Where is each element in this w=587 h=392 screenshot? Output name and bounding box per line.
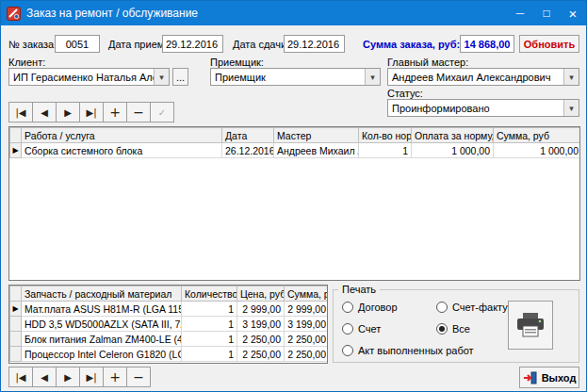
- receiver-label: Приемщик:: [210, 57, 264, 68]
- works-navigator: |◀ ◀ ▶ ▶| + − ✓: [8, 102, 173, 122]
- nav-first-button[interactable]: |◀: [8, 367, 33, 387]
- work-qty-cell: 1: [359, 143, 412, 158]
- status-select[interactable]: Проинформировано ▾: [387, 99, 579, 117]
- part-sum-cell: 2 250,00: [285, 347, 329, 362]
- row-indicator-icon: ▶: [12, 146, 18, 155]
- chevron-down-icon[interactable]: ▾: [365, 69, 380, 85]
- receiver-value: Приемщик: [211, 72, 365, 83]
- works-header-row: Работа / услуга Дата Мастер Кол-во норм …: [10, 128, 581, 143]
- parts-header-row: Запчасть / расходный материал Количество…: [10, 286, 329, 302]
- nav-prior-button[interactable]: ◀: [32, 367, 57, 387]
- print-group-label: Печать: [338, 284, 380, 295]
- part-name-cell: Процессор Intel Celeron G1820 (LGA 1150: [22, 347, 182, 362]
- work-date-cell: 26.12.2016: [222, 143, 274, 158]
- works-col-date: Дата: [222, 128, 274, 143]
- print-button[interactable]: [508, 301, 553, 350]
- radio-label: Счет: [358, 323, 381, 335]
- works-col-work: Работа / услуга: [22, 128, 222, 143]
- date-in-field[interactable]: [162, 35, 223, 53]
- radio-icon: [436, 302, 448, 313]
- refresh-button[interactable]: Обновить: [519, 35, 579, 53]
- nav-edit-button[interactable]: ✓: [150, 102, 174, 122]
- part-price-cell: 3 199,00: [237, 317, 285, 332]
- work-name-cell: Сборка системного блока: [22, 143, 222, 158]
- client-select[interactable]: ИП Герасименко Наталья Александровна ▾: [8, 68, 170, 86]
- nav-prior-button[interactable]: ◀: [32, 102, 57, 122]
- row-indicator-icon: ▶: [12, 304, 18, 313]
- radio-all[interactable]: Все: [436, 322, 470, 335]
- exit-button[interactable]: Выход: [519, 367, 579, 388]
- parts-grid[interactable]: Запчасть / расходный материал Количество…: [8, 285, 328, 364]
- works-col-qty: Кол-во норм: [359, 128, 412, 143]
- table-row[interactable]: ▶ Мат.плата ASUS H81M-R (LGA 1150, Inte …: [10, 302, 329, 317]
- titlebar: Заказ на ремонт / обслуживание ─ □ ×: [1, 1, 586, 25]
- part-price-cell: 2 250,00: [237, 347, 285, 362]
- radio-work-act[interactable]: Акт выполненных работ: [342, 344, 474, 357]
- works-grid[interactable]: Работа / услуга Дата Мастер Кол-во норм …: [8, 126, 580, 281]
- work-master-cell: Андреев Михаил Александрович: [274, 143, 359, 158]
- maximize-button[interactable]: □: [533, 1, 560, 25]
- chevron-down-icon[interactable]: ▾: [154, 69, 169, 85]
- order-no-field[interactable]: [55, 35, 100, 53]
- master-value: Андреев Михаил Александрович: [388, 72, 563, 83]
- parts-col-name: Запчасть / расходный материал: [22, 286, 182, 302]
- works-col-master: Мастер: [274, 128, 359, 143]
- radio-icon: [436, 323, 448, 335]
- date-in-label: Дата приема: [108, 39, 170, 50]
- nav-first-button[interactable]: |◀: [8, 102, 33, 122]
- receiver-select[interactable]: Приемщик ▾: [210, 68, 381, 86]
- order-no-label: № заказа:: [8, 39, 57, 50]
- parts-col-sum: Сумма, руб: [285, 286, 329, 302]
- radio-label: Акт выполненных работ: [358, 345, 474, 356]
- table-row[interactable]: Блок питания Zalman ZM400-LE (400Вт) 1 2…: [10, 332, 329, 347]
- works-col-rate: Оплата за норму, руб: [412, 128, 494, 143]
- part-name-cell: Мат.плата ASUS H81M-R (LGA 1150, Inte: [22, 302, 182, 317]
- date-out-field[interactable]: [284, 35, 345, 53]
- app-icon: [7, 7, 21, 21]
- part-name-cell: Блок питания Zalman ZM400-LE (400Вт): [22, 332, 182, 347]
- part-sum-cell: 2 999,00: [285, 302, 329, 317]
- table-row[interactable]: Процессор Intel Celeron G1820 (LGA 1150 …: [10, 347, 329, 362]
- date-out-label: Дата сдачи: [233, 39, 286, 50]
- parts-navigator: |◀ ◀ ▶ ▶| + −: [8, 367, 150, 387]
- part-price-cell: 2 250,00: [237, 332, 285, 347]
- nav-last-button[interactable]: ▶|: [79, 102, 104, 122]
- part-qty-cell: 1: [182, 317, 237, 332]
- radio-icon: [342, 345, 353, 356]
- chevron-down-icon[interactable]: ▾: [563, 69, 579, 85]
- work-sum-cell: 1 000,00: [494, 143, 581, 158]
- nav-delete-button[interactable]: −: [126, 367, 151, 387]
- order-total-field[interactable]: [460, 35, 514, 53]
- close-button[interactable]: ×: [560, 1, 586, 25]
- client-browse-button[interactable]: ...: [172, 68, 188, 86]
- table-row[interactable]: ▶ Сборка системного блока 26.12.2016 Анд…: [10, 143, 581, 158]
- exit-button-label: Выход: [542, 372, 577, 384]
- part-qty-cell: 1: [182, 347, 237, 362]
- order-total-label: Сумма заказа, руб:: [363, 39, 460, 50]
- printer-icon: [515, 312, 546, 338]
- nav-insert-button[interactable]: +: [103, 102, 127, 122]
- part-qty-cell: 1: [182, 332, 237, 347]
- nav-insert-button[interactable]: +: [103, 367, 127, 387]
- radio-contract[interactable]: Договор: [342, 301, 398, 314]
- status-label: Статус:: [387, 88, 423, 99]
- nav-next-button[interactable]: ▶: [56, 102, 80, 122]
- table-row[interactable]: HDD 3,5 WD5000AZLX (SATA III, 7200 rp 1 …: [10, 317, 329, 332]
- chevron-down-icon[interactable]: ▾: [563, 100, 579, 116]
- radio-label: Все: [452, 323, 470, 335]
- master-select[interactable]: Андреев Михаил Александрович ▾: [387, 68, 579, 86]
- client-label: Клиент:: [8, 57, 45, 68]
- radio-label: Договор: [358, 302, 398, 313]
- works-col-sum: Сумма, руб: [494, 128, 581, 143]
- radio-icon: [342, 323, 353, 335]
- parts-col-price: Цена, руб: [237, 286, 285, 302]
- part-sum-cell: 2 250,00: [285, 332, 329, 347]
- part-qty-cell: 1: [182, 302, 237, 317]
- minimize-button[interactable]: ─: [507, 1, 533, 25]
- nav-last-button[interactable]: ▶|: [79, 367, 104, 387]
- nav-delete-button[interactable]: −: [126, 102, 151, 122]
- radio-vat-invoice[interactable]: Счет-фактура: [436, 301, 519, 314]
- nav-next-button[interactable]: ▶: [56, 367, 80, 387]
- exit-door-icon: [523, 371, 537, 384]
- radio-invoice[interactable]: Счет: [342, 322, 381, 335]
